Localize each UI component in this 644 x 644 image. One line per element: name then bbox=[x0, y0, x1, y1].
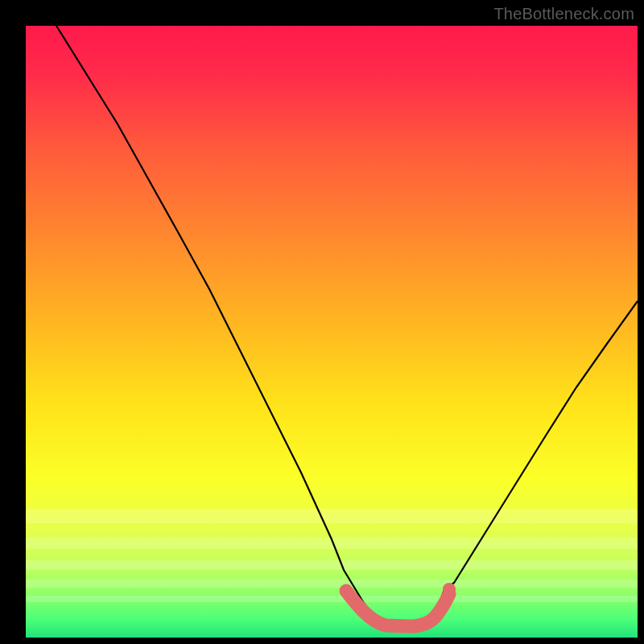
svg-rect-2 bbox=[26, 560, 638, 570]
svg-rect-4 bbox=[26, 596, 638, 602]
sweet-spot-end bbox=[443, 583, 456, 596]
svg-rect-0 bbox=[26, 509, 638, 523]
chart bbox=[26, 26, 638, 638]
chart-svg bbox=[26, 26, 638, 638]
watermark: TheBottleneck.com bbox=[493, 5, 634, 23]
chart-frame: TheBottleneck.com bbox=[0, 0, 644, 644]
svg-rect-3 bbox=[26, 580, 638, 588]
